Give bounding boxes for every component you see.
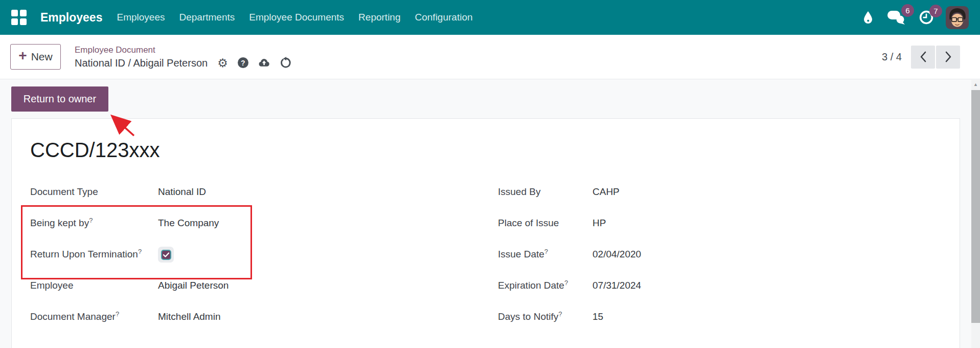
help-icon[interactable]: ? [238,57,248,68]
fields-left-column: Document TypeNational IDBeing kept by?Th… [30,183,498,339]
messages-badge: 6 [901,4,914,17]
pager-previous-button[interactable] [911,46,935,69]
gear-icon[interactable]: ⚙ [217,57,228,69]
days-to-notify-value[interactable]: 15 [592,308,603,325]
help-indicator: ? [564,279,568,287]
new-button[interactable]: + New [10,44,61,70]
pager-next-button[interactable] [936,46,960,69]
document-type-label: Document Type [30,183,158,201]
apps-grid-icon[interactable] [11,10,27,25]
employee-value[interactable]: Abigail Peterson [158,277,229,294]
messages-icon[interactable]: 6 [887,10,905,25]
control-panel: + New Employee Document National ID / Ab… [0,35,980,79]
pager-value: 3 / 4 [882,51,902,63]
new-button-label: New [31,51,53,63]
plus-icon: + [18,49,27,63]
help-indicator: ? [89,216,93,224]
vertical-scrollbar[interactable]: ▲ [971,80,980,348]
employee-label: Employee [30,277,158,294]
activities-clock-icon[interactable]: 7 [919,10,933,25]
return-upon-termination-label: Return Upon Termination? [30,246,158,263]
document-title[interactable]: CCCD/123xxx [30,137,939,163]
menu-item-employee-documents[interactable]: Employee Documents [242,0,351,35]
return-to-owner-button[interactable]: Return to owner [11,86,108,112]
field-row-document-manager: Document Manager?Mitchell Admin [30,308,498,325]
breadcrumb-parent-link[interactable]: Employee Document [75,45,291,55]
field-row-issued-by: Issued ByCAHP [498,183,939,201]
field-row-days-to-notify: Days to Notify?15 [498,308,939,325]
field-row-document-type: Document TypeNational ID [30,183,498,201]
app-brand[interactable]: Employees [40,11,102,25]
expiration-date-value[interactable]: 07/31/2024 [592,277,641,294]
days-to-notify-label: Days to Notify? [498,308,592,325]
field-row-employee: EmployeeAbigail Peterson [30,277,498,294]
breadcrumb-current: National ID / Abigail Peterson [75,56,208,70]
help-indicator: ? [138,248,142,255]
undo-icon[interactable] [280,57,291,69]
droplet-icon[interactable] [863,11,873,25]
top-navbar: Employees EmployeesDepartmentsEmployee D… [0,0,980,35]
fields-right-column: Issued ByCAHPPlace of IssueHPIssue Date?… [498,183,939,339]
help-indicator: ? [544,248,548,255]
navbar-menu: EmployeesDepartmentsEmployee DocumentsRe… [109,0,480,35]
scrollbar-thumb[interactable] [971,90,980,323]
menu-item-employees[interactable]: Employees [109,0,172,35]
place-of-issue-value[interactable]: HP [592,214,606,232]
document-type-value[interactable]: National ID [158,183,206,201]
expiration-date-label: Expiration Date? [498,277,592,294]
form-view: Return to owner CCCD/123xxx Document Typ… [0,80,980,348]
menu-item-configuration[interactable]: Configuration [408,0,480,35]
cloud-upload-icon[interactable] [258,58,270,68]
return-upon-termination-checkbox[interactable] [161,250,171,260]
being-kept-by-label: Being kept by? [30,214,158,232]
pager: 3 / 4 [882,46,960,69]
being-kept-by-value[interactable]: The Company [158,214,219,232]
breadcrumb: Employee Document National ID / Abigail … [75,45,291,70]
field-row-expiration-date: Expiration Date?07/31/2024 [498,277,939,294]
field-row-return-upon-termination: Return Upon Termination? [30,246,498,263]
menu-item-departments[interactable]: Departments [172,0,242,35]
field-row-issue-date: Issue Date?02/04/2020 [498,246,939,263]
issued-by-label: Issued By [498,183,592,201]
user-avatar[interactable] [946,6,969,29]
form-sheet: CCCD/123xxx Document TypeNational IDBein… [11,118,960,348]
field-row-place-of-issue: Place of IssueHP [498,214,939,232]
field-row-being-kept-by: Being kept by?The Company [30,214,498,232]
issue-date-value[interactable]: 02/04/2020 [592,246,641,263]
issue-date-label: Issue Date? [498,246,592,263]
document-manager-label: Document Manager? [30,308,158,325]
menu-item-reporting[interactable]: Reporting [351,0,407,35]
activities-badge: 7 [929,5,942,17]
document-manager-value[interactable]: Mitchell Admin [158,308,221,325]
scroll-up-arrow-icon[interactable]: ▲ [971,80,980,89]
help-indicator: ? [558,310,562,318]
help-indicator: ? [116,310,119,318]
place-of-issue-label: Place of Issue [498,214,592,232]
issued-by-value[interactable]: CAHP [592,183,620,201]
systray: 6 7 [849,6,969,29]
return-upon-termination-checkbox-halo [158,247,174,263]
